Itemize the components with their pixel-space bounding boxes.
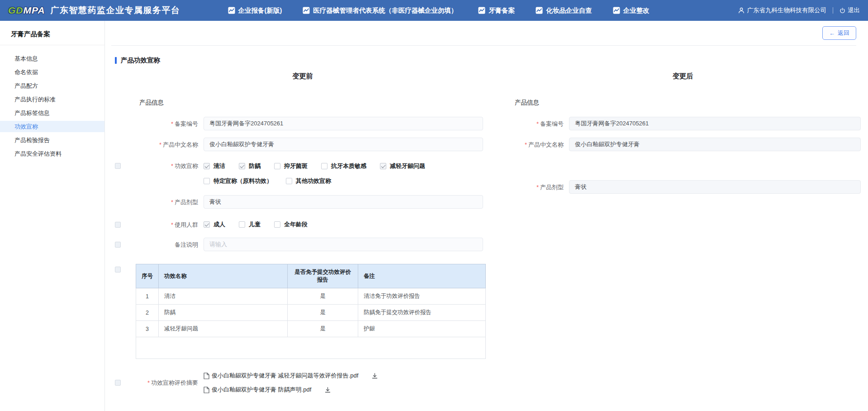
nav-item-label: 企业报备(新版) xyxy=(238,6,282,15)
record-no-input-after[interactable]: 粤国牙膏网备字2024705261 xyxy=(569,117,861,130)
gdmpa-logo: GDMPA xyxy=(8,5,45,16)
chart-report-icon xyxy=(478,7,485,14)
download-icon[interactable] xyxy=(372,373,378,379)
cn-name-input-after[interactable]: 俊小白釉龈双护专健牙膏 xyxy=(569,138,861,151)
claims-options-line1: 清洁 防龋 抑牙菌斑 抗牙本质敏感 减轻牙龈问题 xyxy=(204,162,483,170)
field-row-target-users: *使用人群 成人 儿童 全年龄段 xyxy=(111,220,494,229)
table-row: 1 清洁 是 清洁免于功效评价报告 xyxy=(136,288,486,305)
field-label: 产品剂型 xyxy=(175,199,198,206)
back-label: 返回 xyxy=(838,29,849,37)
current-company[interactable]: 广东省九科生物科技有限公司 xyxy=(738,6,827,14)
nav-item-cosmetics-selfcheck[interactable]: 化妆品企业自查 xyxy=(536,6,592,15)
checkbox-clean[interactable]: 清洁 xyxy=(204,162,225,170)
checkbox-specific-claim[interactable]: 特定宣称（原料功效） xyxy=(204,177,272,185)
field-label: 备案编号 xyxy=(175,120,198,127)
checkbox-antisensitivity[interactable]: 抗牙本质敏感 xyxy=(321,162,366,170)
file-name-link[interactable]: 俊小白釉龈双护专健牙膏 防龋声明.pdf xyxy=(212,386,311,394)
sidebar-menu: 基本信息 命名依据 产品配方 产品执行的标准 产品标签信息 功效宣称 产品检验报… xyxy=(0,45,104,159)
before-column-header: 变更前 xyxy=(111,72,494,81)
chart-report-icon xyxy=(536,7,543,14)
remark-input[interactable]: 请输入 xyxy=(204,238,483,251)
target-users-options: 成人 儿童 全年龄段 xyxy=(204,220,483,229)
company-name: 广东省九科生物科技有限公司 xyxy=(747,6,827,14)
record-no-input[interactable]: 粤国牙膏网备字2024705261 xyxy=(204,117,483,130)
checkbox-icon xyxy=(204,178,210,184)
checkbox-all-ages[interactable]: 全年龄段 xyxy=(274,220,308,229)
table-header-row: 序号 功效名称 是否免予提交功效评价报告 备注 xyxy=(136,264,486,288)
nav-item-toothpaste-filing[interactable]: 牙膏备案 xyxy=(478,6,515,15)
field-row-record-no-after: *备案编号 粤国牙膏网备字2024705261 xyxy=(505,117,861,130)
row-select-checkbox[interactable] xyxy=(115,267,121,272)
row-select-checkbox[interactable] xyxy=(115,163,121,169)
product-info-group-label: 产品信息 xyxy=(515,99,861,107)
cn-name-input[interactable]: 俊小白釉龈双护专健牙膏 xyxy=(204,138,483,151)
chart-report-icon xyxy=(228,7,235,14)
dosage-form-input[interactable]: 膏状 xyxy=(204,195,483,209)
sidebar-item-label-info[interactable]: 产品标签信息 xyxy=(0,107,104,119)
attachment-file: 俊小白釉龈双护专健牙膏 防龋声明.pdf xyxy=(204,386,483,394)
field-label: 备注说明 xyxy=(175,241,198,248)
sidebar-item-standards[interactable]: 产品执行的标准 xyxy=(0,94,104,105)
checkbox-icon xyxy=(380,163,386,169)
main-nav: 企业报备(新版) 医疗器械管理者代表系统（非医疗器械企业勿填） 牙膏备案 化妆品… xyxy=(228,6,650,15)
field-row-remark: 备注说明 请输入 xyxy=(111,238,494,251)
power-icon xyxy=(840,8,845,14)
main-content: ← 返回 产品功效宣称 变更前 产品信息 *备案编号 粤国牙膏网备字202470… xyxy=(105,21,868,411)
checkbox-icon xyxy=(239,221,245,228)
field-label: 备案编号 xyxy=(540,120,564,127)
checkbox-other-claims[interactable]: 其他功效宣称 xyxy=(286,177,331,185)
field-label: 功效宣称 xyxy=(175,162,198,169)
checkbox-adult[interactable]: 成人 xyxy=(204,220,225,229)
nav-item-label: 企业整改 xyxy=(623,6,650,15)
logout-button[interactable]: 退出 xyxy=(840,6,860,14)
required-asterisk: * xyxy=(171,221,173,228)
divider xyxy=(833,7,833,14)
field-label: 产品中文名称 xyxy=(163,141,198,148)
table-row: 3 减轻牙龈问题 是 护龈 xyxy=(136,321,486,337)
nav-item-label: 化妆品企业自查 xyxy=(546,6,592,15)
download-icon[interactable] xyxy=(325,387,331,393)
checkbox-anticaries[interactable]: 防龋 xyxy=(239,162,261,170)
row-select-checkbox[interactable] xyxy=(115,242,121,248)
row-select-checkbox[interactable] xyxy=(115,380,121,386)
dosage-form-input-after[interactable]: 膏状 xyxy=(569,180,861,194)
checkbox-icon xyxy=(204,163,210,169)
top-navbar: GDMPA 广东智慧药监企业专属服务平台 企业报备(新版) 医疗器械管理者代表系… xyxy=(0,0,868,21)
file-name-link[interactable]: 俊小白釉龈双护专健牙膏 减轻牙龈问题等效评价报告.pdf xyxy=(212,372,358,380)
before-change-column: 变更前 产品信息 *备案编号 粤国牙膏网备字2024705261 *产品中文名称… xyxy=(111,65,494,394)
attachment-file: 俊小白釉龈双护专健牙膏 减轻牙龈问题等效评价报告.pdf xyxy=(204,372,483,380)
field-row-cn-name-after: *产品中文名称 俊小白釉龈双护专健牙膏 xyxy=(505,138,861,151)
col-header-claim-name: 功效名称 xyxy=(159,264,288,288)
sidebar-item-basic-info[interactable]: 基本信息 xyxy=(0,53,104,64)
checkbox-icon xyxy=(239,163,245,169)
sidebar-item-formula[interactable]: 产品配方 xyxy=(0,80,104,91)
checkbox-child[interactable]: 儿童 xyxy=(239,220,261,229)
field-label: 功效宣称评价摘要 xyxy=(151,379,198,386)
table-empty-row xyxy=(136,337,486,359)
topbar: ← 返回 xyxy=(111,21,856,46)
checkbox-icon xyxy=(274,221,280,228)
nav-item-enterprise-report[interactable]: 企业报备(新版) xyxy=(228,6,282,15)
evaluation-summary-block: *功效宣称评价摘要 俊小白釉龈双护专健牙膏 减轻牙龈问题等效评价报告.pdf 俊… xyxy=(111,372,494,394)
checkbox-icon xyxy=(321,163,327,169)
nav-item-label: 医疗器械管理者代表系统（非医疗器械企业勿填） xyxy=(313,6,457,15)
claims-table: 序号 功效名称 是否免予提交功效评价报告 备注 1 清洁 是 清 xyxy=(136,264,486,359)
sidebar-item-efficacy-claims[interactable]: 功效宣称 xyxy=(0,121,104,132)
after-column-header: 变更后 xyxy=(505,72,861,81)
checkbox-antiplaque[interactable]: 抑牙菌斑 xyxy=(274,162,308,170)
row-select-checkbox[interactable] xyxy=(115,222,121,228)
back-button[interactable]: ← 返回 xyxy=(822,26,856,40)
nav-item-medical-device-rep[interactable]: 医疗器械管理者代表系统（非医疗器械企业勿填） xyxy=(303,6,457,15)
checkbox-icon xyxy=(274,163,280,169)
logout-label: 退出 xyxy=(848,6,860,14)
checkbox-gum-problems[interactable]: 减轻牙龈问题 xyxy=(380,162,425,170)
sidebar-item-safety-assessment[interactable]: 产品安全评估资料 xyxy=(0,148,104,159)
app-title: 广东智慧药监企业专属服务平台 xyxy=(51,5,180,16)
sidebar-item-naming-basis[interactable]: 命名依据 xyxy=(0,67,104,78)
nav-item-enterprise-rectify[interactable]: 企业整改 xyxy=(613,6,650,15)
field-row-dosage-form-after: *产品剂型 膏状 xyxy=(505,180,861,194)
sidebar-item-inspection-report[interactable]: 产品检验报告 xyxy=(0,134,104,146)
checkbox-icon xyxy=(286,178,292,184)
sidebar: 牙膏产品备案 基本信息 命名依据 产品配方 产品执行的标准 产品标签信息 功效宣… xyxy=(0,21,105,411)
required-asterisk: * xyxy=(171,120,173,127)
